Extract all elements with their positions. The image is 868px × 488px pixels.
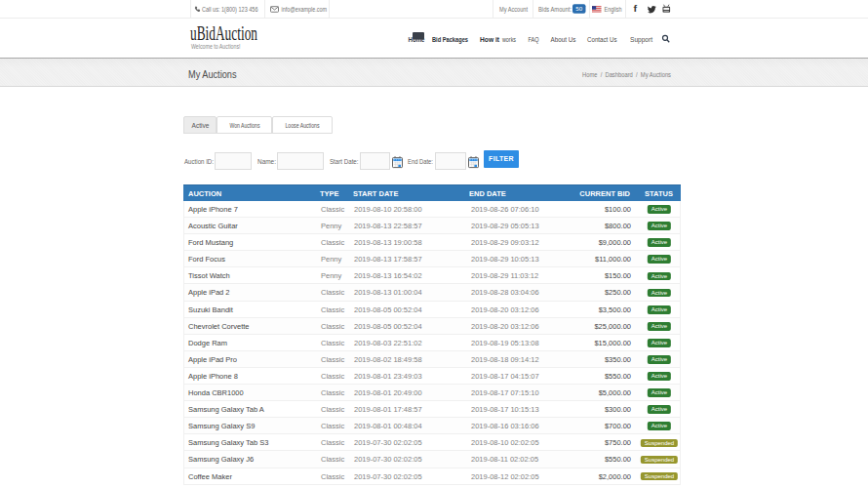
svg-text:Home: Home	[409, 35, 425, 44]
svg-text:How it: How it	[480, 35, 499, 44]
svg-text:Name:: Name:	[257, 157, 276, 166]
svg-text:FAQ: FAQ	[529, 35, 539, 44]
svg-text:Welcome to Auctions!: Welcome to Auctions!	[191, 43, 241, 50]
svg-text:Auction ID:: Auction ID:	[184, 157, 214, 166]
svg-text:uBidAuction: uBidAuction	[190, 22, 257, 44]
svg-text:Bid Packages: Bid Packages	[432, 35, 468, 44]
svg-text:Contact Us: Contact Us	[587, 35, 617, 44]
svg-text:About Us: About Us	[551, 35, 576, 44]
svg-text:works: works	[501, 35, 516, 44]
svg-text:End Date:: End Date:	[408, 157, 433, 166]
svg-text:Support: Support	[630, 35, 653, 44]
svg-text:Start Date:: Start Date:	[330, 157, 359, 166]
